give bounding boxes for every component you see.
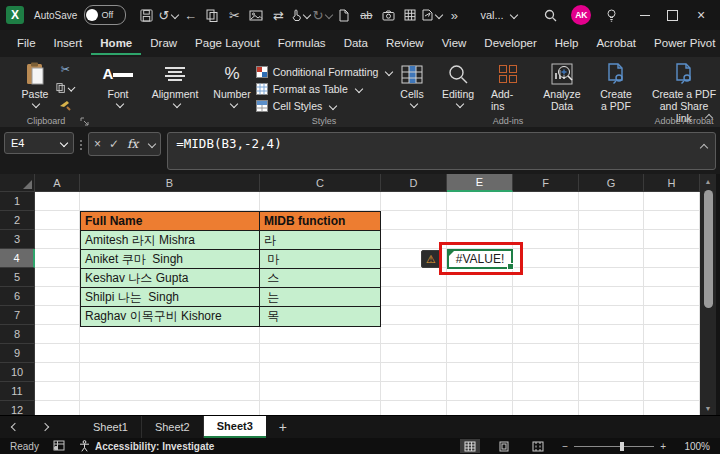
row-header-7[interactable]: 7	[0, 306, 35, 325]
format-painter-button[interactable]	[56, 98, 74, 113]
zoom-thumb[interactable]	[620, 442, 624, 451]
column-header-B[interactable]: B	[80, 174, 260, 192]
insert-function-button[interactable]: fx	[127, 137, 138, 151]
sheet-nav-left[interactable]	[0, 416, 30, 438]
addins-button[interactable]: Add-ins	[487, 60, 529, 113]
redo-icon[interactable]: ↻	[312, 4, 332, 26]
row-header-9[interactable]: 9	[0, 344, 35, 363]
editing-menu-button[interactable]: Editing	[438, 60, 478, 108]
clipboard-dialog-launcher[interactable]	[80, 116, 90, 126]
avatar[interactable]: AK	[571, 5, 591, 25]
column-header-F[interactable]: F	[513, 174, 579, 192]
cell-c3[interactable]: 라	[260, 231, 380, 249]
tab-draw[interactable]: Draw	[141, 32, 186, 55]
number-menu-button[interactable]: % Number	[209, 60, 254, 108]
cells-area[interactable]: Full Name MIDB function Amitesh 라지 Mishr…	[35, 192, 700, 415]
column-header-G[interactable]: G	[579, 174, 644, 192]
cell-c6[interactable]: 는	[260, 288, 380, 306]
sheet-nav-right[interactable]	[30, 416, 60, 438]
tab-data[interactable]: Data	[335, 32, 377, 55]
search-icon[interactable]	[541, 4, 561, 26]
row-header-8[interactable]: 8	[0, 325, 35, 344]
tab-view[interactable]: View	[433, 32, 476, 55]
row-header-4[interactable]: 4	[0, 249, 35, 268]
strikethrough-icon[interactable]: ab	[356, 4, 376, 26]
save-icon[interactable]	[136, 4, 156, 26]
row-header-6[interactable]: 6	[0, 287, 35, 306]
row-header-5[interactable]: 5	[0, 268, 35, 287]
tab-insert[interactable]: Insert	[45, 32, 92, 55]
enter-formula-button[interactable]: ✓	[109, 137, 119, 151]
translate-refresh-icon[interactable]: ⇄	[268, 4, 288, 26]
cell-b3[interactable]: Amitesh 라지 Mishra	[81, 231, 260, 249]
tab-power-pivot[interactable]: Power Pivot	[645, 32, 720, 55]
row-header-12[interactable]: 12	[0, 401, 35, 415]
add-sheet-button[interactable]: +	[266, 416, 300, 438]
back-icon[interactable]: ←	[180, 4, 200, 26]
collapse-ribbon-button[interactable]	[703, 111, 712, 123]
name-box[interactable]: E4	[4, 132, 74, 154]
copy-button[interactable]	[56, 80, 74, 95]
cell-b6[interactable]: Shilpi 나는 Singh	[81, 288, 260, 306]
copy-icon[interactable]	[202, 4, 222, 26]
cell-b4[interactable]: Aniket 쿠마 Singh	[81, 250, 260, 268]
analyze-data-button[interactable]: AnalyzeData	[539, 60, 584, 113]
camera-icon[interactable]	[378, 4, 398, 26]
column-header-C[interactable]: C	[260, 174, 381, 192]
column-header-A[interactable]: A	[35, 174, 80, 192]
expand-formula-bar-button[interactable]	[698, 136, 707, 154]
selected-cell-e4[interactable]: #VALUE!	[447, 249, 513, 269]
tab-home[interactable]: Home	[91, 32, 141, 55]
fill-handle[interactable]	[507, 263, 514, 270]
row-header-11[interactable]: 11	[0, 382, 35, 401]
select-all-corner[interactable]	[0, 174, 35, 192]
sheet-tab-sheet2[interactable]: Sheet2	[142, 416, 204, 438]
sheet-tab-sheet1[interactable]: Sheet1	[80, 416, 142, 438]
autosave-toggle[interactable]: Off	[84, 5, 126, 25]
zoom-in-button[interactable]: +	[660, 441, 666, 452]
column-header-D[interactable]: D	[381, 174, 447, 192]
cell-c7[interactable]: 목	[260, 307, 380, 326]
scrollbar-thumb[interactable]	[704, 190, 713, 308]
paste-picture-icon[interactable]	[246, 4, 266, 26]
tab-page-layout[interactable]: Page Layout	[186, 32, 269, 55]
tab-formulas[interactable]: Formulas	[269, 32, 335, 55]
row-header-2[interactable]: 2	[0, 211, 35, 230]
paste-button[interactable]: Paste	[18, 60, 53, 113]
tab-acrobat[interactable]: Acrobat	[587, 32, 645, 55]
column-header-E[interactable]: E	[447, 174, 513, 192]
scroll-up-arrow[interactable]: ▲	[705, 174, 712, 188]
touch-mode-icon[interactable]	[290, 4, 310, 26]
tab-review[interactable]: Review	[377, 32, 433, 55]
page-layout-view-button[interactable]	[494, 439, 514, 453]
zoom-track[interactable]	[574, 446, 654, 447]
accessibility-status[interactable]: Accessibility: Investigate	[79, 440, 215, 452]
new-file-icon[interactable]	[334, 4, 354, 26]
cell-c4[interactable]: 마	[260, 250, 380, 268]
vertical-scrollbar[interactable]: ▲ ▼	[700, 174, 716, 415]
alignment-menu-button[interactable]: Alignment	[148, 60, 203, 108]
scroll-down-arrow[interactable]: ▼	[705, 401, 712, 415]
tab-file[interactable]: File	[8, 32, 45, 55]
cut-button[interactable]: ✂	[56, 62, 74, 77]
header-cell-full-name[interactable]: Full Name	[81, 212, 260, 230]
minimize-button[interactable]	[632, 4, 658, 26]
cell-c5[interactable]: 스	[260, 269, 380, 287]
document-title-dropdown[interactable]: val...	[480, 9, 516, 21]
cell-styles-button[interactable]: Cell Styles	[256, 98, 393, 113]
row-header-3[interactable]: 3	[0, 230, 35, 249]
close-button[interactable]: ×	[688, 4, 714, 26]
conditional-formatting-button[interactable]: Conditional Formatting	[256, 64, 393, 79]
macro-record-icon[interactable]	[53, 440, 65, 453]
sheet-tab-sheet3[interactable]: Sheet3	[204, 416, 266, 438]
row-header-10[interactable]: 10	[0, 363, 35, 382]
cut-icon[interactable]: ✂	[224, 4, 244, 26]
print-titles-icon[interactable]	[400, 4, 420, 26]
formula-input[interactable]: =MIDB(B3,-2,4)	[167, 132, 716, 170]
column-header-H[interactable]: H	[644, 174, 700, 192]
cancel-formula-button[interactable]: ×	[94, 137, 101, 151]
error-trace-button[interactable]: ⚠	[421, 250, 441, 268]
page-break-preview-button[interactable]	[528, 439, 548, 453]
excel-logo[interactable]: X	[6, 6, 24, 24]
zoom-out-button[interactable]: −	[562, 441, 568, 452]
